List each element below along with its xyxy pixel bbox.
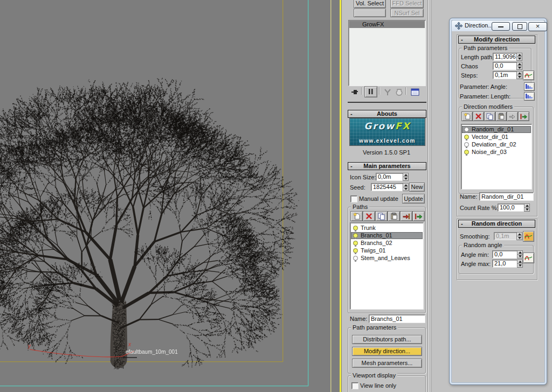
angle-min-spinner[interactable] — [517, 250, 523, 258]
main-parameters-rollout-header[interactable]: - Main parameters — [348, 162, 426, 170]
paths-list[interactable]: Trunk Branchs_01 Branchs_02 Twigs_01 Ste… — [350, 222, 424, 310]
nsurf-sel-button[interactable]: NSurf Sel — [390, 9, 424, 17]
direction-dialog[interactable]: Direction... × - Modify direction Path p… — [449, 18, 547, 385]
angle-max-spinner[interactable] — [517, 260, 523, 268]
exlevel-website[interactable]: www.exlevel.com — [350, 138, 425, 144]
dialog-path-parameters-label: Path parameters — [462, 45, 509, 52]
modifier-item-vector-dir-01[interactable]: Vector_dir_01 — [462, 134, 531, 141]
steps-curve-graph-icon[interactable] — [523, 71, 534, 80]
new-path-icon[interactable] — [350, 211, 363, 221]
path-item-twigs-01[interactable]: Twigs_01 — [351, 247, 423, 254]
paste-path-icon[interactable] — [388, 211, 400, 221]
manual-update-checkbox[interactable] — [350, 195, 357, 202]
bulb-on-icon[interactable] — [353, 233, 358, 238]
paste-modifier-icon[interactable] — [495, 111, 507, 121]
modify-direction-rollout-header[interactable]: - Modify direction — [458, 36, 535, 44]
parameter-angle-falloff-icon[interactable] — [524, 82, 535, 91]
modifier-item-noise-dir-03[interactable]: Noise_dir_03 — [462, 149, 531, 156]
length-path-field[interactable]: 11,9096 — [493, 53, 518, 61]
chaos-label: Chaos — [461, 63, 478, 70]
copy-path-icon[interactable] — [375, 211, 388, 221]
view-line-only-checkbox[interactable] — [351, 382, 358, 389]
modifier-arrow-icon[interactable] — [507, 111, 518, 121]
length-path-spinner[interactable] — [516, 53, 522, 61]
update-button[interactable]: Update — [402, 194, 425, 204]
path-item-trunk[interactable]: Trunk — [351, 225, 423, 232]
seed-spinner[interactable] — [403, 183, 409, 191]
modifier-name-label: Name: — [460, 193, 477, 200]
copy-params-arrow-green-icon[interactable] — [412, 211, 425, 221]
smoothing-spinner[interactable] — [516, 232, 522, 240]
icon-size-label: Icon Size: — [350, 174, 376, 181]
copy-modifier-icon[interactable] — [484, 111, 495, 121]
count-rate-field[interactable]: 100,0 — [498, 204, 525, 212]
modifier-name-field[interactable]: Random_dir_01 — [479, 192, 534, 201]
bulb-off-icon[interactable] — [464, 127, 469, 132]
icon-size-field[interactable]: 0,0m — [376, 173, 403, 181]
copy-params-arrow-red-icon[interactable] — [400, 211, 412, 221]
vol-select-button[interactable]: Vol. Select — [354, 0, 386, 8]
path-item-branchs-01[interactable]: Branchs_01 — [351, 232, 423, 239]
smoothing-curve-graph-icon[interactable] — [523, 231, 534, 242]
abouts-rollout-header[interactable]: - Abouts — [348, 110, 426, 118]
angle-min-field[interactable]: 0,0 — [492, 250, 519, 258]
delete-path-icon[interactable] — [363, 211, 375, 221]
random-direction-rollout-header[interactable]: - Random direction — [458, 220, 535, 228]
modifier-stack-item-growfx[interactable]: GrowFX — [349, 21, 425, 28]
seed-field[interactable]: 1825445 — [371, 183, 403, 191]
delete-modifier-icon[interactable] — [473, 111, 484, 121]
pin-stack-icon[interactable] — [349, 87, 361, 97]
make-unique-icon[interactable] — [382, 87, 394, 97]
direction-modifiers-list[interactable]: Random_dir_01 Vector_dir_01 Deviation_di… — [461, 124, 532, 190]
viewport[interactable]: y x efaultbaum_10m_001 — [0, 0, 342, 392]
count-rate-spinner[interactable] — [524, 204, 530, 212]
collapse-icon: - — [350, 110, 353, 117]
paths-group-label: Paths — [351, 204, 369, 211]
chaos-field[interactable]: 0,0 — [493, 62, 518, 70]
modifier-arrow-green-icon[interactable] — [518, 111, 529, 121]
mesh-parameters-button[interactable]: Mesh parameters... — [352, 359, 422, 368]
new-modifier-icon[interactable] — [461, 111, 473, 121]
bulb-on-icon[interactable] — [464, 135, 469, 139]
angle-max-label: Angle max: — [461, 261, 491, 268]
angle-max-field[interactable]: 21,0 — [492, 260, 519, 268]
modify-direction-button[interactable]: Modify direction... — [352, 347, 422, 356]
new-seed-button[interactable]: New — [409, 183, 425, 192]
blank-modifier-button[interactable] — [354, 9, 386, 17]
bulb-on-icon[interactable] — [353, 248, 358, 253]
minimize-button[interactable] — [492, 22, 510, 31]
parameter-length-falloff-icon[interactable] — [524, 92, 535, 101]
path-item-branchs-02[interactable]: Branchs_02 — [351, 240, 423, 247]
smoothing-field[interactable]: 0,1m — [494, 232, 518, 240]
bulb-on-icon[interactable] — [464, 150, 469, 155]
steps-field[interactable]: 0,1m — [493, 71, 518, 79]
ffd-select-button[interactable]: FFD Select — [390, 0, 424, 8]
distributors-path-button[interactable]: Distributors path... — [352, 335, 422, 344]
chaos-spinner[interactable] — [516, 62, 522, 70]
configure-modifier-sets-icon[interactable] — [409, 87, 421, 97]
angle-curve-graph-icon[interactable] — [523, 253, 534, 263]
path-item-stem-and-leaves[interactable]: Stem_and_Leaves — [351, 255, 423, 262]
modifier-item-random-dir-01[interactable]: Random_dir_01 — [462, 126, 531, 133]
bulb-off-icon[interactable] — [464, 142, 469, 147]
bulb-on-icon[interactable] — [353, 241, 358, 246]
remove-modifier-icon[interactable] — [393, 87, 405, 97]
modifier-item-deviation-dir-02[interactable]: Deviation_dir_02 — [462, 141, 531, 148]
icon-size-spinner[interactable] — [403, 173, 409, 181]
panel-splitter-highlight — [428, 0, 429, 392]
growfx-logo: GrowFX www.exlevel.com — [349, 118, 425, 146]
direction-dialog-titlebar[interactable]: Direction... × — [452, 20, 544, 31]
bulb-off-icon[interactable] — [353, 256, 358, 261]
maximize-button[interactable] — [512, 22, 527, 31]
path-name-field[interactable]: Branchs_01 — [369, 314, 425, 323]
view-line-only-label: View line only — [360, 382, 396, 389]
show-end-result-icon[interactable] — [364, 86, 377, 97]
growfx-logo-text: GrowFX — [350, 121, 425, 131]
modifier-stack-list[interactable]: GrowFX — [348, 20, 426, 86]
close-button[interactable]: × — [528, 22, 547, 31]
transform-gizmo[interactable]: y x — [22, 340, 172, 378]
bulb-on-icon[interactable] — [353, 226, 358, 230]
object-name-label: efaultbaum_10m_001 — [126, 349, 178, 355]
steps-spinner[interactable] — [516, 71, 522, 79]
version-label: Version 1.5.0 SP1 — [348, 149, 425, 156]
